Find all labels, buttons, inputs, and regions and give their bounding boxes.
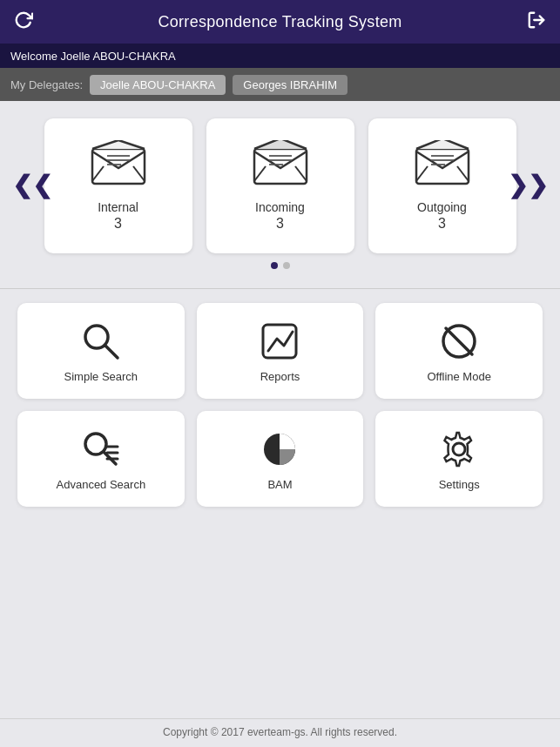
- app-title: Correspondence Tracking System: [158, 13, 401, 31]
- app-header: Correspondence Tracking System: [0, 0, 560, 44]
- offline-mode-label: Offline Mode: [427, 370, 490, 383]
- mail-card-incoming[interactable]: Incoming 3: [206, 118, 354, 253]
- advanced-search-card[interactable]: Advanced Search: [17, 411, 185, 507]
- mail-card-outgoing-count: 3: [438, 216, 446, 232]
- bam-card[interactable]: BAM: [197, 411, 364, 507]
- svg-rect-7: [254, 149, 307, 184]
- delegates-label: My Delegates:: [10, 78, 83, 91]
- footer: Copyright © 2017 everteam-gs. All rights…: [0, 718, 560, 747]
- mail-card-incoming-label: Incoming: [255, 200, 305, 214]
- carousel-dots: [0, 262, 560, 269]
- svg-rect-1: [92, 149, 145, 184]
- chart-icon: [258, 320, 301, 363]
- delegate-button-joelle[interactable]: Joelle ABOU-CHAKRA: [90, 75, 226, 95]
- delegate-button-georges[interactable]: Georges IBRAHIM: [233, 75, 347, 95]
- offline-icon: [437, 320, 481, 363]
- simple-search-card[interactable]: Simple Search: [17, 303, 185, 399]
- bam-label: BAM: [267, 478, 292, 491]
- refresh-icon[interactable]: [14, 10, 33, 34]
- advanced-search-icon: [79, 427, 123, 471]
- svg-rect-13: [416, 149, 469, 184]
- carousel-prev-button[interactable]: ❮❮: [3, 161, 61, 207]
- offline-mode-card[interactable]: Offline Mode: [375, 303, 543, 399]
- carousel-section: ❮❮ Internal 3: [0, 101, 560, 285]
- envelope-incoming-icon: [250, 140, 311, 192]
- mail-card-internal-label: Internal: [98, 200, 138, 214]
- simple-search-label: Simple Search: [64, 370, 138, 383]
- dot-2: [283, 262, 290, 269]
- gear-icon: [437, 427, 481, 471]
- delegates-bar: My Delegates: Joelle ABOU-CHAKRA Georges…: [0, 68, 560, 101]
- svg-line-23: [446, 328, 472, 354]
- search-icon: [79, 320, 123, 363]
- carousel-cards: Internal 3 Incoming 3: [0, 118, 560, 253]
- mail-card-internal-count: 3: [114, 216, 122, 232]
- pie-icon: [258, 427, 301, 471]
- welcome-text: Welcome Joelle ABOU-CHAKRA: [10, 50, 176, 63]
- svg-line-20: [105, 346, 118, 358]
- settings-card[interactable]: Settings: [375, 411, 543, 507]
- mail-card-outgoing-label: Outgoing: [417, 200, 467, 214]
- welcome-bar: Welcome Joelle ABOU-CHAKRA: [0, 44, 560, 68]
- mail-card-internal[interactable]: Internal 3: [44, 118, 192, 253]
- dot-1: [271, 262, 278, 269]
- svg-point-30: [453, 443, 465, 455]
- reports-card[interactable]: Reports: [197, 303, 364, 399]
- envelope-internal-icon: [88, 140, 149, 192]
- mail-card-incoming-count: 3: [276, 216, 284, 232]
- envelope-outgoing-icon: [412, 140, 473, 192]
- mail-card-outgoing[interactable]: Outgoing 3: [368, 118, 516, 253]
- logout-icon[interactable]: [527, 10, 546, 34]
- footer-text: Copyright © 2017 everteam-gs. All rights…: [163, 726, 397, 738]
- reports-label: Reports: [260, 370, 300, 383]
- carousel-next-button[interactable]: ❯❯: [499, 161, 557, 207]
- settings-label: Settings: [439, 478, 480, 491]
- advanced-search-label: Advanced Search: [57, 478, 146, 491]
- action-grid: Simple Search Reports Offline Mode: [0, 289, 560, 521]
